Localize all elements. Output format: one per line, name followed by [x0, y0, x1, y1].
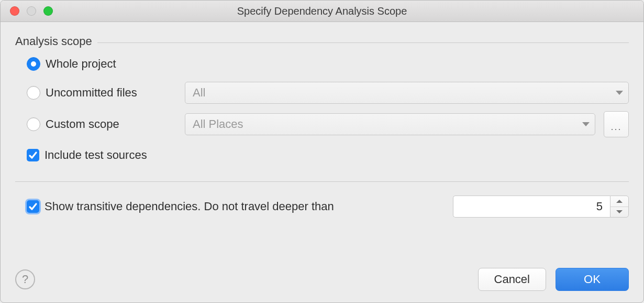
uncommitted-files-combo-value: All — [193, 86, 205, 100]
help-icon: ? — [22, 273, 28, 286]
window-controls — [1, 6, 53, 16]
custom-scope-browse-button[interactable]: ... — [604, 111, 629, 137]
transitive-label: Show transitive dependencies. Do not tra… — [45, 200, 334, 213]
dialog-footer: ? Cancel OK — [15, 268, 629, 292]
whole-project-row: Whole project — [27, 53, 629, 74]
checkbox-indicator-icon — [27, 149, 39, 161]
uncommitted-files-row: Uncommitted files All — [27, 82, 629, 104]
ellipsis-icon: ... — [610, 122, 621, 133]
uncommitted-files-radio[interactable]: Uncommitted files — [27, 86, 176, 100]
include-tests-checkbox[interactable]: Include test sources — [27, 148, 147, 162]
custom-scope-radio[interactable]: Custom scope — [27, 117, 176, 131]
chevron-down-icon — [616, 91, 623, 95]
chevron-down-icon — [616, 210, 623, 213]
depth-step-down[interactable] — [610, 207, 628, 218]
window-title: Specify Dependency Analysis Scope — [1, 5, 643, 17]
include-tests-label: Include test sources — [45, 148, 147, 162]
section-divider — [15, 181, 629, 182]
dialog-window: Specify Dependency Analysis Scope Analys… — [0, 0, 644, 303]
radio-indicator-icon — [27, 57, 40, 71]
dialog-content: Analysis scope Whole project Uncommitted… — [1, 22, 643, 302]
depth-step-up[interactable] — [610, 196, 628, 207]
chevron-down-icon — [582, 122, 590, 126]
transitive-row: Show transitive dependencies. Do not tra… — [15, 196, 629, 218]
transitive-checkbox[interactable]: Show transitive dependencies. Do not tra… — [27, 200, 334, 213]
depth-stepper — [453, 196, 629, 218]
chevron-up-icon — [616, 200, 623, 203]
cancel-button[interactable]: Cancel — [478, 268, 546, 291]
whole-project-label: Whole project — [46, 57, 116, 71]
custom-scope-combo[interactable]: All Places — [185, 113, 595, 135]
depth-spinner — [610, 196, 629, 218]
maximize-window-button[interactable] — [43, 6, 53, 16]
radio-indicator-icon — [27, 117, 40, 131]
titlebar: Specify Dependency Analysis Scope — [1, 1, 643, 22]
whole-project-radio[interactable]: Whole project — [27, 57, 116, 71]
uncommitted-files-combo[interactable]: All — [185, 82, 629, 104]
depth-input[interactable] — [453, 196, 610, 218]
fieldset-divider — [97, 42, 629, 43]
ok-button[interactable]: OK — [556, 268, 629, 291]
analysis-scope-legend: Analysis scope — [15, 35, 92, 48]
checkbox-indicator-icon — [27, 200, 39, 213]
custom-scope-label: Custom scope — [46, 117, 176, 131]
analysis-scope-options: Whole project Uncommitted files All Cust… — [15, 48, 629, 166]
minimize-window-button — [27, 6, 36, 16]
uncommitted-files-label: Uncommitted files — [46, 86, 176, 100]
close-window-button[interactable] — [10, 6, 19, 16]
custom-scope-combo-value: All Places — [193, 117, 243, 131]
custom-scope-row: Custom scope All Places ... — [27, 111, 629, 137]
help-button[interactable]: ? — [15, 269, 35, 289]
analysis-scope-fieldset: Analysis scope — [15, 35, 629, 48]
radio-indicator-icon — [27, 86, 40, 100]
include-tests-row: Include test sources — [27, 145, 629, 166]
